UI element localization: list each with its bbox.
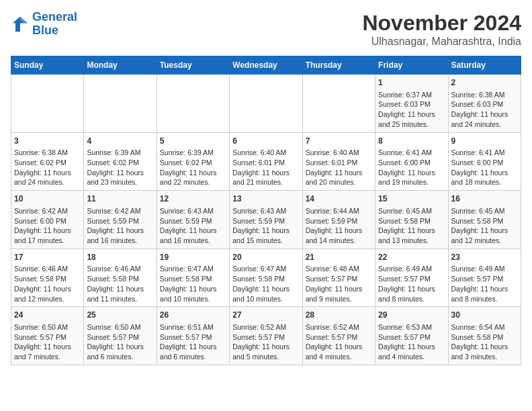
day-cell bbox=[302, 75, 375, 133]
day-info: Sunrise: 6:47 AM bbox=[232, 264, 299, 274]
day-number: 2 bbox=[451, 77, 518, 89]
day-info: Daylight: 11 hours and 12 minutes. bbox=[451, 226, 518, 245]
day-info: Sunrise: 6:40 AM bbox=[306, 148, 372, 158]
week-row-2: 3Sunrise: 6:38 AMSunset: 6:02 PMDaylight… bbox=[11, 132, 521, 191]
day-cell: 14Sunrise: 6:44 AMSunset: 5:59 PMDayligh… bbox=[302, 191, 375, 249]
page-header: General Blue November 2024 Ulhasnagar, M… bbox=[11, 11, 521, 48]
day-info: Sunset: 5:58 PM bbox=[451, 332, 518, 342]
day-info: Sunset: 5:57 PM bbox=[378, 332, 445, 342]
day-number: 1 bbox=[378, 77, 445, 89]
day-info: Daylight: 11 hours and 11 minutes. bbox=[87, 284, 153, 304]
day-info: Daylight: 11 hours and 10 minutes. bbox=[232, 284, 299, 304]
day-info: Daylight: 11 hours and 23 minutes. bbox=[87, 168, 153, 187]
logo-general: General bbox=[32, 10, 77, 24]
day-info: Daylight: 11 hours and 14 minutes. bbox=[306, 226, 372, 245]
day-info: Sunrise: 6:53 AM bbox=[378, 322, 445, 332]
day-info: Sunset: 6:00 PM bbox=[14, 216, 81, 226]
week-row-5: 24Sunrise: 6:50 AMSunset: 5:57 PMDayligh… bbox=[11, 307, 521, 365]
day-info: Sunset: 5:58 PM bbox=[160, 274, 226, 284]
day-cell: 4Sunrise: 6:39 AMSunset: 6:02 PMDaylight… bbox=[84, 132, 157, 191]
day-info: Daylight: 11 hours and 12 minutes. bbox=[14, 284, 81, 304]
day-number: 18 bbox=[87, 252, 153, 263]
day-info: Sunset: 6:02 PM bbox=[14, 158, 81, 168]
day-info: Daylight: 11 hours and 21 minutes. bbox=[232, 168, 299, 187]
page-subtitle: Ulhasnagar, Maharashtra, India bbox=[362, 36, 521, 48]
day-number: 22 bbox=[378, 252, 445, 263]
day-cell: 29Sunrise: 6:53 AMSunset: 5:57 PMDayligh… bbox=[375, 307, 448, 365]
header-thursday: Thursday bbox=[302, 56, 375, 75]
day-info: Sunset: 6:00 PM bbox=[451, 158, 518, 168]
day-info: Sunset: 6:01 PM bbox=[232, 158, 299, 168]
day-info: Sunset: 5:57 PM bbox=[306, 274, 372, 284]
day-info: Sunrise: 6:43 AM bbox=[160, 206, 226, 216]
day-info: Sunrise: 6:41 AM bbox=[451, 148, 518, 158]
day-number: 21 bbox=[306, 252, 372, 263]
day-number: 17 bbox=[14, 252, 81, 263]
day-info: Sunset: 6:02 PM bbox=[160, 158, 226, 168]
day-cell: 17Sunrise: 6:46 AMSunset: 5:58 PMDayligh… bbox=[11, 248, 84, 307]
day-info: Daylight: 11 hours and 18 minutes. bbox=[451, 168, 518, 187]
day-number: 4 bbox=[87, 136, 153, 147]
day-info: Sunset: 5:57 PM bbox=[378, 274, 445, 284]
day-info: Sunrise: 6:42 AM bbox=[87, 206, 153, 216]
day-number: 19 bbox=[160, 252, 226, 263]
day-info: Daylight: 11 hours and 17 minutes. bbox=[14, 226, 81, 245]
day-cell: 19Sunrise: 6:47 AMSunset: 5:58 PMDayligh… bbox=[157, 248, 229, 307]
day-info: Sunrise: 6:48 AM bbox=[306, 264, 372, 274]
day-info: Sunrise: 6:37 AM bbox=[378, 90, 445, 100]
day-info: Daylight: 11 hours and 3 minutes. bbox=[451, 342, 518, 361]
day-number: 20 bbox=[232, 252, 299, 263]
day-cell: 11Sunrise: 6:42 AMSunset: 5:59 PMDayligh… bbox=[84, 191, 157, 249]
week-row-4: 17Sunrise: 6:46 AMSunset: 5:58 PMDayligh… bbox=[11, 248, 521, 307]
day-info: Sunset: 5:57 PM bbox=[306, 332, 372, 342]
day-info: Sunset: 5:59 PM bbox=[160, 216, 226, 226]
day-info: Sunrise: 6:52 AM bbox=[232, 322, 299, 332]
day-info: Sunset: 6:00 PM bbox=[378, 158, 445, 168]
week-row-1: 1Sunrise: 6:37 AMSunset: 6:03 PMDaylight… bbox=[11, 75, 521, 133]
day-info: Sunrise: 6:54 AM bbox=[451, 322, 518, 332]
day-info: Daylight: 11 hours and 6 minutes. bbox=[87, 342, 153, 361]
day-info: Sunset: 5:59 PM bbox=[306, 216, 372, 226]
day-cell: 1Sunrise: 6:37 AMSunset: 6:03 PMDaylight… bbox=[375, 75, 448, 133]
week-row-3: 10Sunrise: 6:42 AMSunset: 6:00 PMDayligh… bbox=[11, 191, 521, 249]
day-cell: 16Sunrise: 6:45 AMSunset: 5:58 PMDayligh… bbox=[448, 191, 521, 249]
day-cell: 18Sunrise: 6:46 AMSunset: 5:58 PMDayligh… bbox=[84, 248, 157, 307]
day-number: 12 bbox=[160, 193, 226, 205]
day-number: 30 bbox=[451, 310, 518, 321]
day-info: Sunset: 5:58 PM bbox=[451, 216, 518, 226]
logo-text: General Blue bbox=[32, 11, 77, 38]
day-info: Daylight: 11 hours and 5 minutes. bbox=[232, 342, 299, 361]
day-number: 10 bbox=[14, 193, 81, 205]
day-number: 24 bbox=[14, 310, 81, 321]
day-number: 6 bbox=[232, 136, 299, 147]
day-info: Daylight: 11 hours and 19 minutes. bbox=[378, 168, 445, 187]
day-info: Sunset: 6:03 PM bbox=[451, 99, 518, 109]
day-cell: 26Sunrise: 6:51 AMSunset: 5:57 PMDayligh… bbox=[157, 307, 229, 365]
day-cell: 10Sunrise: 6:42 AMSunset: 6:00 PMDayligh… bbox=[11, 191, 84, 249]
day-info: Sunrise: 6:50 AM bbox=[14, 322, 81, 332]
day-info: Daylight: 11 hours and 13 minutes. bbox=[378, 226, 445, 245]
day-info: Sunset: 5:59 PM bbox=[232, 216, 299, 226]
calendar-header-row: SundayMondayTuesdayWednesdayThursdayFrid… bbox=[11, 56, 521, 75]
day-info: Sunset: 5:57 PM bbox=[451, 274, 518, 284]
day-info: Sunrise: 6:40 AM bbox=[232, 148, 299, 158]
day-cell: 25Sunrise: 6:50 AMSunset: 5:57 PMDayligh… bbox=[84, 307, 157, 365]
day-info: Daylight: 11 hours and 24 minutes. bbox=[14, 168, 81, 187]
day-info: Daylight: 11 hours and 25 minutes. bbox=[378, 109, 445, 129]
day-info: Sunset: 5:57 PM bbox=[87, 332, 153, 342]
day-number: 13 bbox=[232, 193, 299, 205]
day-info: Daylight: 11 hours and 7 minutes. bbox=[14, 342, 81, 361]
calendar-table: SundayMondayTuesdayWednesdayThursdayFrid… bbox=[11, 56, 521, 365]
day-info: Sunrise: 6:42 AM bbox=[14, 206, 81, 216]
day-number: 15 bbox=[378, 193, 445, 205]
day-cell: 28Sunrise: 6:52 AMSunset: 5:57 PMDayligh… bbox=[302, 307, 375, 365]
day-cell: 27Sunrise: 6:52 AMSunset: 5:57 PMDayligh… bbox=[230, 307, 302, 365]
day-cell bbox=[84, 75, 157, 133]
day-cell: 3Sunrise: 6:38 AMSunset: 6:02 PMDaylight… bbox=[11, 132, 84, 191]
day-info: Daylight: 11 hours and 8 minutes. bbox=[378, 284, 445, 304]
day-info: Daylight: 11 hours and 16 minutes. bbox=[87, 226, 153, 245]
day-info: Sunrise: 6:46 AM bbox=[14, 264, 81, 274]
day-info: Sunrise: 6:38 AM bbox=[14, 148, 81, 158]
day-info: Sunset: 5:57 PM bbox=[160, 332, 226, 342]
header-friday: Friday bbox=[375, 56, 448, 75]
